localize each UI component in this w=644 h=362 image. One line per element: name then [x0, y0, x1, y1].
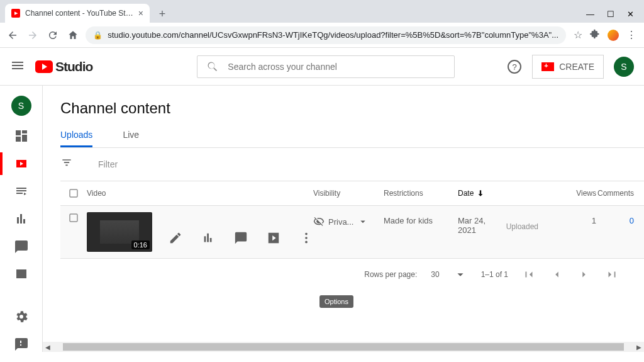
- menu-button[interactable]: [10, 58, 25, 76]
- browser-menu-icon[interactable]: ⋮: [626, 29, 636, 41]
- search-icon: [206, 60, 219, 73]
- comments-icon[interactable]: [234, 231, 248, 245]
- tooltip: Options: [319, 295, 353, 308]
- extension-icon[interactable]: [608, 30, 619, 41]
- back-button[interactable]: [5, 26, 20, 44]
- col-views[interactable]: Views: [538, 189, 596, 198]
- col-visibility[interactable]: Visibility: [313, 189, 384, 198]
- app-header: Studio ? CREATE S: [0, 48, 644, 86]
- col-date[interactable]: Date: [458, 189, 538, 198]
- address-bar: 🔒 studio.youtube.com/channel/UCsvGxwpnFR…: [0, 23, 644, 48]
- visibility-cell[interactable]: Priva...: [313, 212, 384, 227]
- reload-button[interactable]: [45, 26, 60, 44]
- row-actions: [169, 212, 313, 252]
- analytics-icon[interactable]: [201, 231, 215, 245]
- bookmark-icon[interactable]: ☆: [574, 29, 582, 41]
- logo-text: Studio: [55, 59, 92, 74]
- scroll-left-icon[interactable]: ◀: [43, 342, 53, 352]
- col-restrictions[interactable]: Restrictions: [384, 189, 458, 198]
- url-text: studio.youtube.com/channel/UCsvGxwpnFRsN…: [108, 30, 558, 40]
- svg-text:?: ?: [513, 62, 517, 72]
- settings-nav-icon[interactable]: [14, 309, 29, 324]
- youtube-icon[interactable]: [267, 231, 280, 245]
- forward-button[interactable]: [25, 26, 40, 44]
- horizontal-scrollbar[interactable]: ◀ ▶: [43, 342, 644, 352]
- create-button[interactable]: CREATE: [532, 55, 604, 79]
- svg-point-4: [305, 237, 308, 239]
- col-comments[interactable]: Comments: [596, 189, 634, 198]
- maximize-button[interactable]: ☐: [607, 9, 614, 19]
- next-page-icon[interactable]: [577, 268, 591, 281]
- visibility-off-icon: [313, 216, 325, 227]
- tabs: Uploads Live: [60, 125, 644, 148]
- scroll-right-icon[interactable]: ▶: [634, 342, 644, 352]
- youtube-logo-icon: [35, 60, 53, 73]
- tab-uploads[interactable]: Uploads: [60, 125, 92, 147]
- analytics-nav-icon[interactable]: [14, 212, 29, 227]
- browser-tab-bar: Channel content - YouTube Studi × + — ☐ …: [0, 0, 644, 23]
- subtitles-nav-icon[interactable]: [14, 267, 29, 282]
- svg-rect-2: [70, 214, 77, 222]
- first-page-icon[interactable]: [522, 268, 536, 281]
- prev-page-icon[interactable]: [550, 268, 564, 281]
- channel-avatar[interactable]: S: [11, 96, 31, 116]
- table-row[interactable]: 0:16 Priva... Made for kids Mar 24, 2021…: [60, 206, 644, 258]
- edit-icon[interactable]: [169, 231, 182, 245]
- account-avatar[interactable]: S: [614, 57, 634, 77]
- comments-nav-icon[interactable]: [14, 239, 29, 254]
- camera-icon: [541, 62, 554, 71]
- home-button[interactable]: [65, 26, 80, 44]
- filter-icon: [60, 157, 73, 172]
- restrictions-cell: Made for kids: [384, 212, 458, 225]
- comments-cell[interactable]: 0: [596, 212, 634, 225]
- sort-desc-icon: [476, 189, 485, 198]
- dashboard-nav-icon[interactable]: [14, 128, 29, 144]
- chevron-down-icon: [357, 216, 369, 227]
- content-nav-icon[interactable]: [14, 156, 29, 171]
- extensions-icon[interactable]: [590, 29, 600, 42]
- feedback-nav-icon[interactable]: [14, 337, 29, 352]
- close-tab-icon[interactable]: ×: [138, 8, 143, 18]
- rows-per-page-select[interactable]: 30: [431, 268, 467, 281]
- filter-label: Filter: [98, 159, 118, 169]
- date-cell: Mar 24, 2021 Uploaded: [458, 212, 538, 235]
- pagination: Rows per page: 30 1–1 of 1: [60, 258, 644, 290]
- sidebar: S: [0, 86, 43, 352]
- rows-per-page-label: Rows per page:: [364, 270, 417, 279]
- close-window-button[interactable]: ✕: [627, 9, 634, 19]
- visibility-text: Priva...: [328, 217, 353, 227]
- chevron-down-icon: [453, 268, 467, 281]
- create-label: CREATE: [559, 62, 594, 72]
- page-title: Channel content: [60, 86, 644, 125]
- row-checkbox[interactable]: [60, 212, 87, 223]
- search-input[interactable]: [228, 62, 445, 72]
- url-box[interactable]: 🔒 studio.youtube.com/channel/UCsvGxwpnFR…: [86, 26, 566, 44]
- tab-live[interactable]: Live: [123, 125, 139, 147]
- browser-tab[interactable]: Channel content - YouTube Studi ×: [5, 4, 150, 23]
- video-thumbnail[interactable]: 0:16: [87, 212, 152, 252]
- select-all-checkbox[interactable]: [60, 188, 87, 199]
- youtube-favicon-icon: [11, 9, 20, 18]
- studio-logo[interactable]: Studio: [35, 59, 92, 74]
- page-range: 1–1 of 1: [481, 270, 508, 279]
- window-controls: — ☐ ✕: [586, 9, 644, 23]
- table-header: Video Visibility Restrictions Date Views…: [60, 181, 644, 206]
- minimize-button[interactable]: —: [586, 9, 594, 19]
- svg-point-5: [305, 240, 308, 243]
- last-page-icon[interactable]: [605, 268, 619, 281]
- scrollbar-thumb[interactable]: [63, 343, 624, 351]
- options-icon[interactable]: [299, 231, 313, 245]
- views-cell: 1: [538, 212, 596, 225]
- lock-icon: 🔒: [93, 31, 103, 40]
- col-video[interactable]: Video: [87, 189, 313, 198]
- tab-title: Channel content - YouTube Studi: [25, 9, 133, 18]
- main-content: Channel content Uploads Live Filter Vide…: [43, 86, 644, 352]
- playlists-nav-icon[interactable]: [14, 184, 29, 199]
- video-duration: 0:16: [131, 240, 150, 249]
- filter-bar[interactable]: Filter: [60, 148, 644, 181]
- svg-point-3: [305, 232, 308, 235]
- svg-rect-1: [70, 189, 77, 197]
- help-button[interactable]: ?: [507, 59, 522, 74]
- search-box[interactable]: [197, 55, 455, 78]
- new-tab-button[interactable]: +: [153, 5, 171, 23]
